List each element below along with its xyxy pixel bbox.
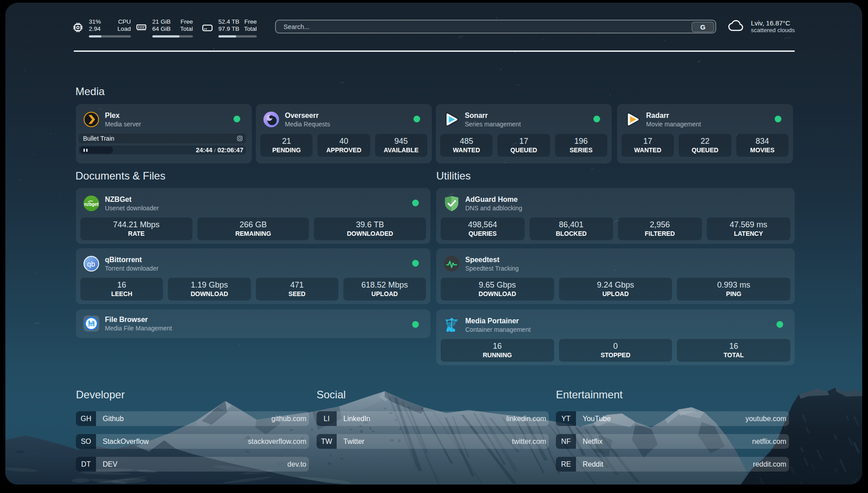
svg-text:qb: qb (87, 260, 95, 268)
svg-text:nzbget: nzbget (84, 202, 99, 207)
